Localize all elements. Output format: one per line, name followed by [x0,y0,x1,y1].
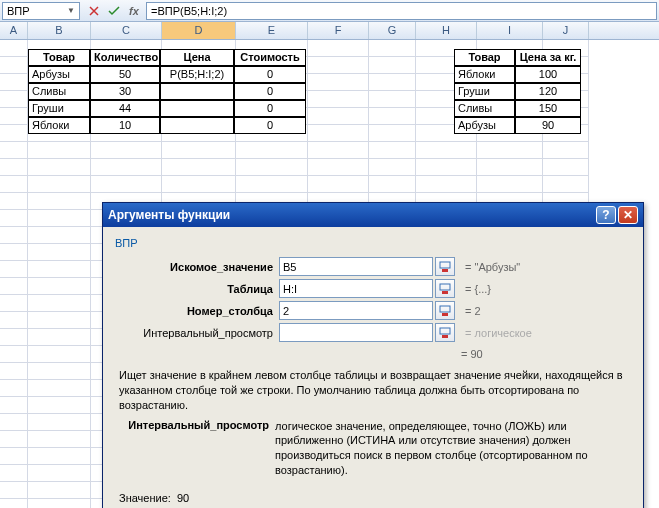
column-header[interactable]: C [91,22,162,39]
function-result: = 90 [461,348,631,360]
cancel-formula-button[interactable] [85,2,103,20]
table-cell[interactable]: 0 [234,83,306,100]
arg-input[interactable] [279,301,433,320]
dialog-title-bar[interactable]: Аргументы функции ? ✕ [103,203,643,227]
arg-label: Искомое_значение [115,261,279,273]
function-description: Ищет значение в крайнем левом столбце та… [119,368,627,413]
svg-rect-1 [442,269,448,272]
arg-label: Таблица [115,283,279,295]
column-header[interactable]: G [369,22,416,39]
table-cell[interactable]: Сливы [28,83,90,100]
range-select-button[interactable] [435,301,455,320]
table-cell[interactable]: 120 [515,83,581,100]
arg-input[interactable] [279,257,433,276]
table-cell[interactable]: Арбузы [28,66,90,83]
table-cell[interactable]: Груши [454,83,515,100]
column-header[interactable]: B [28,22,91,39]
arg-row: Таблица= {...} [115,279,631,298]
arg-input[interactable] [279,279,433,298]
table-cell[interactable] [160,100,234,117]
table-header-cell[interactable]: Количество [90,49,160,66]
value-line: Значение: 90 [119,492,627,504]
svg-rect-7 [442,335,448,338]
arg-row: Номер_столбца= 2 [115,301,631,320]
table-cell[interactable] [160,83,234,100]
arg-input[interactable] [279,323,433,342]
column-header-row: ABCDEFGHIJ [0,22,659,40]
table-cell[interactable]: 90 [515,117,581,134]
arg-row: Искомое_значение= "Арбузы" [115,257,631,276]
function-name: ВПР [115,237,631,249]
svg-rect-2 [440,284,450,290]
svg-rect-3 [442,291,448,294]
table-cell[interactable]: 150 [515,100,581,117]
table-cell[interactable]: Яблоки [28,117,90,134]
table-cell[interactable]: 30 [90,83,160,100]
table-cell[interactable]: 0 [234,66,306,83]
formula-input[interactable]: =ВПР(B5;H:I;2) [146,2,657,20]
data-table-left: ТоварКоличествоЦенаСтоимостьАрбузы50Р(B5… [28,49,306,134]
dropdown-icon[interactable]: ▼ [67,6,75,15]
table-header-cell[interactable]: Стоимость [234,49,306,66]
arg-row: Интервальный_просмотр= логическое [115,323,631,342]
svg-rect-5 [442,313,448,316]
arg-label: Номер_столбца [115,305,279,317]
svg-rect-6 [440,328,450,334]
table-cell[interactable]: 100 [515,66,581,83]
arg-result: = {...} [465,283,491,295]
range-select-button[interactable] [435,257,455,276]
column-header[interactable]: A [0,22,28,39]
dialog-title: Аргументы функции [108,208,230,222]
data-table-right: ТоварЦена за кг.Яблоки100Груши120Сливы15… [454,49,581,134]
column-header[interactable]: F [308,22,369,39]
accept-formula-button[interactable] [105,2,123,20]
svg-rect-4 [440,306,450,312]
table-header-cell[interactable]: Цена за кг. [515,49,581,66]
dialog-close-button[interactable]: ✕ [618,206,638,224]
table-cell[interactable]: Груши [28,100,90,117]
arg-label: Интервальный_просмотр [115,327,279,339]
table-cell[interactable]: Сливы [454,100,515,117]
name-box-value: ВПР [7,5,30,17]
range-select-button[interactable] [435,323,455,342]
table-cell[interactable]: 44 [90,100,160,117]
column-header[interactable]: E [236,22,308,39]
name-box[interactable]: ВПР ▼ [2,2,80,20]
table-cell[interactable] [160,117,234,134]
table-cell[interactable]: 50 [90,66,160,83]
function-arguments-dialog: Аргументы функции ? ✕ ВПР Искомое_значен… [102,202,644,508]
column-header[interactable]: H [416,22,477,39]
arg-result: = "Арбузы" [465,261,520,273]
table-header-cell[interactable]: Товар [454,49,515,66]
arg-result: = логическое [465,327,532,339]
column-header[interactable]: J [543,22,589,39]
arg-desc-text: логическое значение, определяющее, точно… [275,419,627,478]
table-header-cell[interactable]: Цена [160,49,234,66]
table-header-cell[interactable]: Товар [28,49,90,66]
table-cell[interactable]: Яблоки [454,66,515,83]
arg-desc-name: Интервальный_просмотр [119,419,275,478]
arg-result: = 2 [465,305,481,317]
fx-button[interactable]: fx [125,2,143,20]
formula-bar: ВПР ▼ fx =ВПР(B5;H:I;2) [0,0,659,22]
column-header[interactable]: D [162,22,236,39]
column-header[interactable]: I [477,22,543,39]
table-cell[interactable]: Р(B5;H:I;2) [160,66,234,83]
table-cell[interactable]: Арбузы [454,117,515,134]
dialog-help-button[interactable]: ? [596,206,616,224]
table-cell[interactable]: 0 [234,100,306,117]
table-cell[interactable]: 0 [234,117,306,134]
range-select-button[interactable] [435,279,455,298]
svg-rect-0 [440,262,450,268]
table-cell[interactable]: 10 [90,117,160,134]
